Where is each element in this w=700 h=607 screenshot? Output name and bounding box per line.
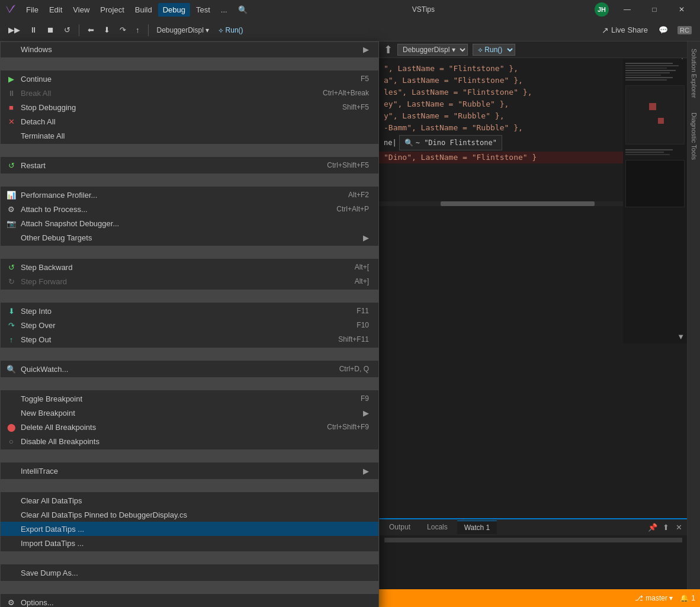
string-3: les", LastName = "Flintstone" }, <box>384 86 532 98</box>
menu-item-disable-breakpoints[interactable]: ○ Disable All Breakpoints <box>1 434 378 448</box>
menu-shortcut-step-backward: Alt+[ <box>355 263 369 271</box>
menu-item-intellitrace[interactable]: IntelliTrace ▶ <box>1 464 378 478</box>
scroll-up-icon[interactable]: ⬆ <box>384 43 393 56</box>
menu-label-attach: Attach to Process... <box>21 205 325 214</box>
step-forward-icon: ↻ <box>5 277 17 286</box>
minimap-line <box>625 72 670 73</box>
menu-view[interactable]: View <box>68 3 94 17</box>
diagnostic-tools-tab[interactable]: Diagnostic Tools <box>688 105 700 167</box>
windows-arrow: ▶ <box>363 45 369 54</box>
menu-item-detach[interactable]: ✕ Detach All <box>1 114 378 129</box>
toolbar-pause[interactable]: ⏸ <box>26 24 41 36</box>
menu-item-export-datatips[interactable]: Export DataTips ... <box>1 522 378 536</box>
menu-build[interactable]: Build <box>130 3 157 17</box>
bell-icon: 🔔 <box>680 594 689 602</box>
menu-item-save-dump[interactable]: Save Dump As... <box>1 566 378 580</box>
method-dropdown[interactable]: ⟡ Run() <box>473 44 515 56</box>
status-notifications[interactable]: 🔔 1 <box>680 594 695 602</box>
toolbar-feedback[interactable]: 💬 <box>655 24 672 36</box>
quickwatch-icon: 🔍 <box>5 364 17 374</box>
menu-edit[interactable]: Edit <box>44 3 67 17</box>
minimize-button[interactable]: — <box>614 0 641 19</box>
user-avatar[interactable]: JH <box>595 2 609 17</box>
branch-name: master ▾ <box>646 594 673 602</box>
menu-label-save-dump: Save Dump As... <box>21 569 369 577</box>
menu-search[interactable]: 🔍 <box>233 3 252 17</box>
maximize-button[interactable]: □ <box>641 0 668 19</box>
minimap-scroll-down[interactable]: ▼ <box>677 332 685 341</box>
toolbar-step-over[interactable]: ↷ <box>116 24 130 36</box>
float-button[interactable]: ⬆ <box>660 522 672 534</box>
close-panel-button[interactable]: ✕ <box>673 522 685 534</box>
menu-item-step-into[interactable]: ⬇ Step Into F11 <box>1 304 378 318</box>
minimap-highlight-red2 <box>658 118 664 124</box>
menu-label-snapshot: Attach Snapshot Debugger... <box>21 219 369 228</box>
menu-item-snapshot[interactable]: 📷 Attach Snapshot Debugger... <box>1 216 378 230</box>
pause-icon: ⏸ <box>30 25 37 34</box>
dropdown-run[interactable]: ⟡ Run() <box>215 24 246 36</box>
watch-scrollbar[interactable] <box>384 538 682 542</box>
menu-item-stop[interactable]: ■ Stop Debugging Shift+F5 <box>1 100 378 114</box>
menu-item-terminate[interactable]: Terminate All <box>1 129 378 143</box>
menu-item-step-backward[interactable]: ↺ Step Backward Alt+[ <box>1 260 378 274</box>
menu-item-step-out[interactable]: ↑ Step Out Shift+F11 <box>1 332 378 346</box>
tooltip-prefix: ne| <box>384 137 397 149</box>
toolbar-step-backward[interactable]: ⬅ <box>84 24 98 36</box>
dropdown-label: DebuggerDispl ▾ <box>157 26 210 34</box>
menu-debug[interactable]: Debug <box>158 3 190 17</box>
menu-project[interactable]: Project <box>95 3 129 17</box>
share-icon: ↗ <box>602 25 609 35</box>
toolbar-continue[interactable]: ▶▶ <box>5 24 24 36</box>
toolbar-rc[interactable]: RC <box>674 24 695 36</box>
other-targets-arrow: ▶ <box>363 233 369 242</box>
toolbar-stop[interactable]: ⏹ <box>43 24 58 36</box>
menu-item-quickwatch[interactable]: 🔍 QuickWatch... Ctrl+D, Q <box>1 362 378 376</box>
minimap-thumbnail <box>625 85 685 144</box>
menu-shortcut-stop: Shift+F5 <box>342 103 369 111</box>
menu-item-profiler[interactable]: 📊 Performance Profiler... Alt+F2 <box>1 188 378 202</box>
menu-more[interactable]: ... <box>216 3 232 17</box>
menu-item-step-over[interactable]: ↷ Step Over F10 <box>1 318 378 332</box>
tab-output[interactable]: Output <box>382 521 418 534</box>
menu-item-continue[interactable]: ▶ Continue F5 <box>1 72 378 86</box>
live-share-button[interactable]: ↗ Live Share <box>597 24 653 37</box>
menu-item-clear-pinned-datatips[interactable]: Clear All DataTips Pinned to DebuggerDis… <box>1 508 378 522</box>
pin-button[interactable]: 📌 <box>647 522 659 534</box>
menu-test[interactable]: Test <box>191 3 215 17</box>
toolbar-step-out[interactable]: ↑ <box>132 24 143 36</box>
step-into-icon: ⬇ <box>104 25 110 34</box>
intellitrace-arrow: ▶ <box>363 467 369 476</box>
menu-separator-3 <box>1 174 378 187</box>
tab-watch1[interactable]: Watch 1 <box>457 521 497 534</box>
magnify-icon: 🔍 <box>404 137 413 149</box>
menu-item-options[interactable]: ⚙ Options... <box>1 595 378 607</box>
class-dropdown[interactable]: DebuggerDispl ▾ <box>397 44 468 56</box>
menu-item-toggle-breakpoint[interactable]: Toggle Breakpoint F9 <box>1 391 378 406</box>
minimap-content <box>623 59 687 214</box>
toolbar-step-into[interactable]: ⬇ <box>100 24 114 36</box>
menu-item-import-datatips[interactable]: Import DataTips ... <box>1 536 378 550</box>
debug-toolbar: ▶▶ ⏸ ⏹ ↺ ⬅ ⬇ ↷ ↑ DebuggerDispl ▾ ⟡ Run()… <box>0 19 700 41</box>
tab-locals[interactable]: Locals <box>420 521 455 534</box>
menu-file[interactable]: File <box>21 3 43 17</box>
menu-separator-5 <box>1 290 378 303</box>
menu-item-new-breakpoint[interactable]: New Breakpoint ▶ <box>1 406 378 420</box>
attach-icon: ⚙ <box>5 204 17 214</box>
minimap-highlight-red <box>649 103 656 110</box>
menu-item-other-targets[interactable]: Other Debug Targets ▶ <box>1 230 378 245</box>
menu-item-restart[interactable]: ↺ Restart Ctrl+Shift+F5 <box>1 158 378 172</box>
string-1: ", LastName = "Flintstone" }, <box>384 63 518 75</box>
bottom-controls: 📌 ⬆ ✕ <box>647 522 685 534</box>
status-branch[interactable]: ⎇ master ▾ <box>635 594 673 602</box>
menu-item-attach[interactable]: ⚙ Attach to Process... Ctrl+Alt+P <box>1 202 378 216</box>
menu-item-windows[interactable]: Windows ▶ <box>1 42 378 56</box>
toolbar-restart[interactable]: ↺ <box>60 24 74 36</box>
watch-content[interactable] <box>380 535 687 587</box>
solution-explorer-tab[interactable]: Solution Explorer <box>688 41 700 105</box>
close-button[interactable]: ✕ <box>668 0 695 19</box>
continue-icon: ▶ <box>5 74 17 83</box>
menu-item-delete-breakpoints[interactable]: ⬤ Delete All Breakpoints Ctrl+Shift+F9 <box>1 420 378 434</box>
tooltip-value: ~ "Dino Flintstone" <box>416 137 497 149</box>
dropdown-debugger-display[interactable]: DebuggerDispl ▾ <box>153 24 213 36</box>
menu-item-clear-datatips[interactable]: Clear All DataTips <box>1 493 378 508</box>
